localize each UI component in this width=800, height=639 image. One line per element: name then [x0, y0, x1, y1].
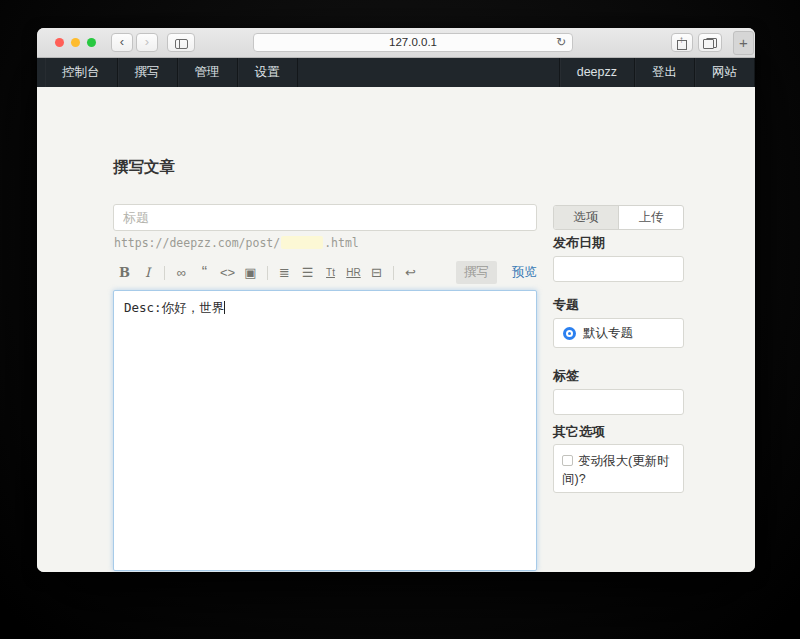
page-content: 撰写文章 https://deepzz.com/post/.html B I ∞…	[37, 87, 755, 572]
permalink-preview: https://deepzz.com/post/.html	[114, 236, 359, 250]
nav-item-settings[interactable]: 设置	[238, 58, 298, 87]
italic-icon[interactable]: I	[136, 265, 159, 280]
quote-icon[interactable]: “	[193, 268, 216, 278]
nav-item-username[interactable]: deepzz	[559, 58, 635, 87]
ordered-list-icon[interactable]: ≣	[273, 265, 296, 280]
permalink-suffix: .html	[324, 236, 359, 250]
url-text: 127.0.0.1	[389, 36, 437, 48]
editor-textarea[interactable]: Desc:你好，世界	[113, 290, 537, 571]
reload-icon[interactable]: ↻	[556, 34, 566, 51]
close-window-button[interactable]	[55, 38, 64, 47]
tab-write-mode[interactable]: 撰写	[456, 261, 497, 284]
toolbar-divider	[393, 266, 394, 280]
url-field[interactable]: 127.0.0.1 ↻	[253, 33, 573, 52]
editor-toolbar: B I ∞ “ <> ▣ ≣ ☰ Tt HR ⊟ ↩ 撰写 预览	[113, 260, 537, 285]
publish-date-input[interactable]	[553, 256, 684, 282]
code-icon[interactable]: <>	[216, 265, 239, 280]
other-options-label: 其它选项	[553, 423, 605, 441]
toolbar-divider	[267, 266, 268, 280]
other-options-box: 变动很大(更新时间)?	[553, 444, 684, 493]
horizontal-rule-icon[interactable]: HR	[342, 267, 365, 278]
tab-options[interactable]: 选项	[554, 206, 619, 229]
sidebar-icon	[175, 39, 188, 49]
link-icon[interactable]: ∞	[170, 265, 193, 280]
nav-item-label: 网站	[712, 65, 737, 79]
tab-upload[interactable]: 上传	[619, 206, 683, 229]
bold-icon[interactable]: B	[113, 265, 136, 280]
nav-item-write[interactable]: 撰写	[118, 58, 178, 87]
back-icon: ‹	[120, 34, 124, 49]
show-all-tabs-button[interactable]	[698, 33, 722, 52]
permalink-prefix: https://deepzz.com/post/	[114, 236, 280, 250]
minimize-window-button[interactable]	[71, 38, 80, 47]
sidebar-toggle-button[interactable]	[167, 33, 195, 52]
unordered-list-icon[interactable]: ☰	[296, 265, 319, 280]
window-controls	[55, 38, 96, 47]
zoom-window-button[interactable]	[87, 38, 96, 47]
toolbar-divider	[164, 266, 165, 280]
text-caret	[224, 301, 225, 314]
nav-item-console[interactable]: 控制台	[45, 58, 118, 87]
undo-icon[interactable]: ↩	[399, 265, 422, 280]
forward-icon: ›	[145, 34, 149, 49]
nav-item-label: 管理	[195, 65, 220, 79]
checkbox-unchecked-icon[interactable]	[562, 455, 573, 466]
share-icon	[677, 40, 687, 50]
tab-preview-mode[interactable]: 预览	[512, 264, 537, 281]
nav-item-label: 撰写	[135, 65, 160, 79]
other-option-label[interactable]: 变动很大(更新时间)?	[562, 454, 670, 486]
forward-button[interactable]: ›	[136, 33, 158, 52]
nav-item-site[interactable]: 网站	[695, 58, 755, 87]
plus-icon: +	[739, 34, 748, 51]
tags-input[interactable]	[553, 389, 684, 415]
sidebar-tabs: 选项 上传	[553, 205, 684, 230]
publish-date-label: 发布日期	[553, 234, 605, 252]
title-input[interactable]	[113, 204, 537, 231]
radio-checked-icon[interactable]	[563, 327, 576, 340]
topic-option-box: 默认专题	[553, 318, 684, 348]
back-button[interactable]: ‹	[111, 33, 133, 52]
admin-navbar: 控制台 撰写 管理 设置 deepzz 登出 网站	[37, 58, 755, 87]
nav-item-label: 设置	[255, 65, 280, 79]
heading-icon[interactable]: Tt	[319, 267, 342, 278]
editor-content: Desc:你好，世界	[124, 300, 224, 315]
share-button[interactable]	[671, 33, 693, 52]
nav-item-label: 控制台	[62, 65, 100, 79]
browser-window: ‹ › 127.0.0.1 ↻ + 控制台 撰写 管理 设置 deepzz 登出	[37, 28, 755, 572]
navbar-right: deepzz 登出 网站	[559, 58, 755, 87]
permalink-slug-highlight[interactable]	[281, 236, 323, 249]
nav-item-label: deepzz	[577, 65, 617, 79]
nav-item-manage[interactable]: 管理	[178, 58, 238, 87]
page-title: 撰写文章	[113, 157, 175, 178]
browser-toolbar: ‹ › 127.0.0.1 ↻ +	[37, 28, 755, 58]
page-break-icon[interactable]: ⊟	[365, 265, 388, 280]
tags-label: 标签	[553, 367, 579, 385]
new-tab-button[interactable]: +	[733, 31, 754, 55]
nav-item-label: 登出	[652, 65, 677, 79]
topic-option-label[interactable]: 默认专题	[583, 325, 633, 342]
image-icon[interactable]: ▣	[239, 265, 262, 280]
topic-label: 专题	[553, 296, 579, 314]
tabs-overview-icon	[703, 38, 717, 49]
nav-item-logout[interactable]: 登出	[635, 58, 695, 87]
